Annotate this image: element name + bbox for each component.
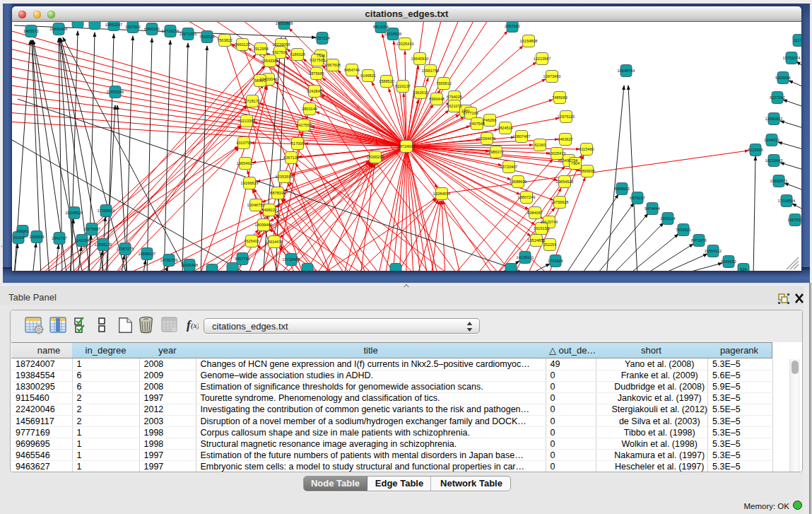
svg-text:17957275: 17957275 <box>117 247 134 251</box>
svg-text:1145194: 1145194 <box>74 238 89 243</box>
svg-text:2935114: 2935114 <box>660 216 675 221</box>
svg-text:1156839: 1156839 <box>29 235 44 239</box>
svg-text:335061: 335061 <box>16 229 30 233</box>
svg-text:8471676: 8471676 <box>691 238 707 243</box>
svg-text:9457791: 9457791 <box>235 257 250 261</box>
svg-text:2718170: 2718170 <box>245 99 260 103</box>
svg-text:1615152: 1615152 <box>534 226 549 230</box>
svg-text:98903: 98903 <box>254 78 266 83</box>
svg-text:9327508: 9327508 <box>310 58 325 62</box>
svg-text:(x): (x) <box>191 321 199 330</box>
svg-text:16782759: 16782759 <box>160 258 178 262</box>
svg-text:1588520: 1588520 <box>379 79 394 83</box>
svg-text:924: 924 <box>740 267 746 271</box>
svg-text:9327505: 9327505 <box>272 50 288 54</box>
svg-text:9463627: 9463627 <box>558 137 573 141</box>
svg-text:6879197: 6879197 <box>630 196 645 200</box>
svg-text:7904: 7904 <box>571 161 579 165</box>
svg-text:2087682: 2087682 <box>505 24 520 28</box>
svg-text:9474444: 9474444 <box>645 206 660 211</box>
svg-text:9115460: 9115460 <box>579 147 594 151</box>
svg-text:10025433: 10025433 <box>548 151 566 156</box>
svg-text:746266: 746266 <box>483 118 497 122</box>
svg-text:39154: 39154 <box>13 235 24 240</box>
svg-text:10120746: 10120746 <box>541 220 558 224</box>
svg-text:12353594: 12353594 <box>276 175 293 179</box>
svg-text:8454749: 8454749 <box>344 68 360 72</box>
svg-text:2942737: 2942737 <box>52 236 67 240</box>
svg-text:17016504: 17016504 <box>778 199 796 203</box>
svg-text:11173: 11173 <box>794 38 801 42</box>
svg-text:9242845: 9242845 <box>307 89 322 93</box>
svg-text:6794028: 6794028 <box>447 95 462 99</box>
svg-text:10973493: 10973493 <box>543 74 561 78</box>
svg-text:3912954: 3912954 <box>253 47 269 51</box>
svg-text:817006: 817006 <box>291 141 305 146</box>
svg-text:8958923: 8958923 <box>614 187 630 191</box>
svg-text:10046756: 10046756 <box>247 203 265 207</box>
svg-text:13325419: 13325419 <box>396 42 414 46</box>
svg-text:62160: 62160 <box>534 143 546 147</box>
svg-text:14099489: 14099489 <box>255 223 273 227</box>
svg-text:12505135: 12505135 <box>95 243 112 247</box>
svg-text:12213389: 12213389 <box>238 119 256 123</box>
svg-text:8186328: 8186328 <box>290 52 305 57</box>
svg-text:20053346: 20053346 <box>107 90 124 94</box>
svg-text:19218506: 19218506 <box>384 32 402 36</box>
svg-text:10688609: 10688609 <box>510 180 527 184</box>
svg-text:7955812: 7955812 <box>436 81 452 86</box>
svg-text:6966160: 6966160 <box>144 27 160 31</box>
svg-text:9245652: 9245652 <box>721 259 736 264</box>
svg-text:10807487: 10807487 <box>513 134 531 139</box>
svg-text:7485063: 7485063 <box>552 95 567 100</box>
svg-text:16154808: 16154808 <box>520 39 538 43</box>
svg-text:9777169: 9777169 <box>463 111 478 115</box>
svg-text:1362615: 1362615 <box>413 90 428 95</box>
svg-text:1167533: 1167533 <box>787 218 801 222</box>
svg-text:18724007: 18724007 <box>398 144 416 148</box>
svg-text:8267130: 8267130 <box>283 156 299 160</box>
svg-text:3824514: 3824514 <box>498 126 513 130</box>
svg-text:19166829: 19166829 <box>241 181 259 185</box>
svg-text:1621072: 1621072 <box>447 104 462 108</box>
svg-text:10961758: 10961758 <box>422 69 440 73</box>
svg-text:23226058: 23226058 <box>273 42 290 47</box>
svg-text:8813054: 8813054 <box>373 25 389 29</box>
svg-text:3875685: 3875685 <box>309 71 324 76</box>
svg-text:7632621: 7632621 <box>676 228 691 232</box>
svg-text:1010755: 1010755 <box>236 141 252 145</box>
svg-text:7986372: 7986372 <box>488 150 504 154</box>
svg-text:16914479: 16914479 <box>266 240 283 244</box>
svg-text:7357224: 7357224 <box>314 36 330 40</box>
svg-text:8215955: 8215955 <box>748 148 763 152</box>
svg-text:14136141: 14136141 <box>517 255 534 259</box>
svg-text:10719155: 10719155 <box>162 29 180 33</box>
svg-text:12213967: 12213967 <box>534 57 551 61</box>
svg-text:9227342: 9227342 <box>770 95 785 100</box>
svg-text:19654923: 19654923 <box>556 180 574 184</box>
svg-text:8660123: 8660123 <box>235 42 250 47</box>
svg-text:7563822: 7563822 <box>217 38 233 42</box>
svg-text:19654925: 19654925 <box>237 161 254 165</box>
svg-text:10543382: 10543382 <box>261 59 279 63</box>
svg-text:15692971: 15692971 <box>770 179 788 183</box>
svg-text:1527602: 1527602 <box>125 25 141 29</box>
svg-text:4498222: 4498222 <box>261 208 277 212</box>
svg-text:1244413: 1244413 <box>764 138 779 142</box>
svg-text:2967608: 2967608 <box>325 63 341 67</box>
svg-text:20691406: 20691406 <box>50 27 68 31</box>
svg-text:9084067: 9084067 <box>527 211 543 215</box>
svg-text:252254: 252254 <box>543 243 557 247</box>
svg-text:10975887: 10975887 <box>83 227 101 231</box>
svg-text:20206526: 20206526 <box>66 211 83 215</box>
svg-text:6899695: 6899695 <box>579 169 595 173</box>
svg-text:15751074: 15751074 <box>783 56 801 60</box>
svg-text:17359924: 17359924 <box>98 209 115 213</box>
svg-text:8427552: 8427552 <box>296 123 312 127</box>
svg-text:2803144: 2803144 <box>302 107 317 111</box>
svg-text:20364436: 20364436 <box>478 136 496 141</box>
svg-text:7625402: 7625402 <box>244 239 259 243</box>
svg-text:6497568: 6497568 <box>469 122 485 126</box>
svg-text:10654112: 10654112 <box>705 249 722 253</box>
svg-text:9329966: 9329966 <box>775 76 791 80</box>
